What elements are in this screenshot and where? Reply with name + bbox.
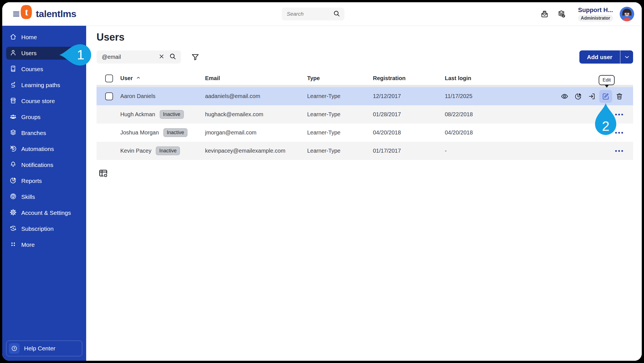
sidebar-item-account-settings[interactable]: Account & Settings [6,206,82,219]
sort-ascending-icon [136,75,141,82]
sidebar-item-groups[interactable]: Groups [6,111,82,124]
course-stack-check-icon[interactable] [556,9,566,19]
sidebar-item-more[interactable]: More [6,238,82,251]
header-divider [97,85,633,87]
user-search-box[interactable] [97,50,181,64]
pie-chart-icon [10,177,17,185]
refresh-dollar-icon: $ [10,225,17,233]
row-actions-menu ellipsis-icon[interactable] [615,114,633,115]
chevron-down-icon[interactable] [621,50,633,64]
page-title: Users [97,31,124,43]
table-row[interactable]: Kevin PaceyInactive kevinpacey@emailexam… [97,142,633,160]
user-reports-button pie-chart-icon[interactable] [572,90,585,103]
customize-columns-button table-plus-icon[interactable] [98,167,109,179]
column-header-user[interactable]: User [120,75,205,82]
column-header-registration[interactable]: Registration [373,75,445,82]
svg-text:$: $ [12,227,14,230]
global-search[interactable] [282,8,344,20]
inbox-message-icon[interactable] [539,9,549,19]
question-mark-icon: ? [9,343,20,354]
search-icon[interactable] [169,53,177,61]
people-group-icon [10,113,17,122]
filter-funnel-icon[interactable] [191,53,200,62]
view-user-button eye-icon[interactable] [558,90,571,103]
person-icon [10,49,17,58]
table-row[interactable]: Hugh AckmanInactive hughack@emailex.com … [97,105,633,124]
svg-text:t: t [25,6,28,18]
global-search-input[interactable] [287,11,333,17]
layers-icon [10,129,17,138]
users-table: User Email Type Registration Last login … [97,72,633,160]
column-header-email[interactable]: Email [205,75,307,82]
user-role-badge: Administrator [578,15,613,22]
sidebar-item-automations[interactable]: Automations [6,143,82,155]
svg-text:?: ? [13,347,15,350]
sidebar: Home Users Courses Learning paths Course… [2,26,86,361]
status-badge: Inactive [160,110,184,119]
home-icon [10,33,17,42]
table-row[interactable]: Aaron Daniels aadaniels@email.com Learne… [97,87,633,105]
edit-user-button edit-icon[interactable] [599,90,612,103]
edit-tooltip: Edit [599,75,615,85]
status-badge: Inactive [156,146,180,155]
sidebar-item-skills[interactable]: Skills [6,190,82,203]
table-header-row: User Email Type Registration Last login [97,72,633,85]
brand-logo[interactable]: t [21,5,32,19]
sidebar-item-reports[interactable]: Reports [6,174,82,187]
avatar[interactable] [620,7,634,21]
storefront-icon [10,97,17,106]
gear-icon [10,209,17,217]
sidebar-item-subscription[interactable]: $ Subscription [6,222,82,235]
login-as-user-button sign-in-icon[interactable] [586,90,598,103]
clear-search-icon[interactable] [159,53,164,61]
brand-wordmark: talentlms [36,8,76,19]
user-search-input[interactable] [102,54,154,60]
sidebar-item-course-store[interactable]: Course store [6,95,82,108]
sidebar-item-home[interactable]: Home [6,31,82,44]
main-content: Users Add user [86,26,642,361]
book-icon [10,65,17,74]
path-flag-icon [10,81,17,90]
status-badge: Inactive [163,128,187,137]
brain-icon [10,193,17,201]
topbar-right-cluster: Support H... Administrator [539,2,634,26]
app-window: t talentlms [2,2,642,361]
four-dots-icon [10,241,17,249]
search-icon [333,10,340,18]
account-menu[interactable]: Support H... Administrator [578,6,613,22]
sidebar-item-users[interactable]: Users [6,47,82,60]
row-actions-menu ellipsis-icon[interactable] [615,132,633,134]
top-bar: t talentlms [2,2,642,26]
select-all-checkbox[interactable] [105,75,113,82]
sidebar-item-learning-paths[interactable]: Learning paths [6,79,82,92]
sidebar-item-branches[interactable]: Branches [6,127,82,139]
table-row[interactable]: Joshua MorganInactive jmorgan@email.com … [97,124,633,142]
sidebar-item-courses[interactable]: Courses [6,63,82,76]
help-center-button[interactable]: ? Help Center [6,341,82,356]
row-checkbox[interactable] [105,92,113,100]
column-header-type[interactable]: Type [307,75,373,82]
sidebar-item-notifications[interactable]: Notifications [6,159,82,171]
target-arrow-icon [10,145,17,153]
add-user-button[interactable]: Add user [579,50,633,64]
bell-icon [10,161,17,169]
row-actions-menu ellipsis-icon[interactable] [615,150,633,152]
column-header-last-login[interactable]: Last login [445,75,544,82]
user-name: Support H... [578,6,613,14]
delete-user-button trash-icon[interactable] [613,90,626,103]
